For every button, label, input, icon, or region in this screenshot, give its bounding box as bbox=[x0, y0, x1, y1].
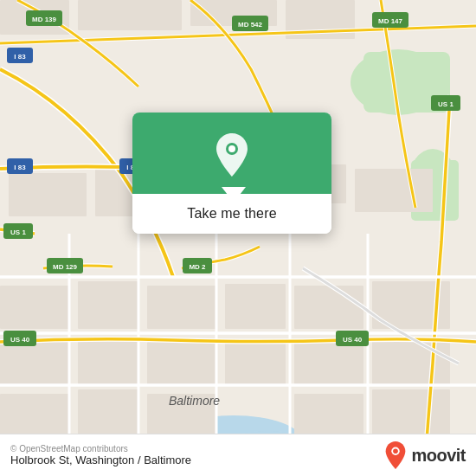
svg-rect-12 bbox=[9, 173, 87, 216]
popup-pointer bbox=[222, 187, 246, 203]
svg-text:I 83: I 83 bbox=[14, 53, 26, 61]
svg-text:Baltimore: Baltimore bbox=[169, 394, 220, 408]
svg-rect-9 bbox=[78, 0, 182, 30]
svg-rect-27 bbox=[372, 338, 450, 385]
svg-rect-22 bbox=[0, 342, 69, 385]
svg-text:MD 147: MD 147 bbox=[378, 17, 403, 25]
svg-text:US 40: US 40 bbox=[343, 336, 363, 344]
svg-rect-15 bbox=[355, 169, 433, 212]
svg-text:MD 2: MD 2 bbox=[189, 263, 206, 271]
svg-rect-31 bbox=[294, 394, 363, 437]
svg-rect-18 bbox=[147, 286, 216, 329]
svg-rect-17 bbox=[78, 281, 138, 329]
attribution-text: © OpenStreetMap contributors bbox=[10, 444, 191, 453]
bottom-left: © OpenStreetMap contributors Holbrook St… bbox=[10, 444, 191, 466]
svg-text:I 83: I 83 bbox=[14, 164, 26, 171]
map-background: MD 139 MD 542 MD 542 MD 147 I 83 I 83 I … bbox=[0, 0, 476, 476]
popup-green-header bbox=[132, 113, 331, 194]
svg-rect-24 bbox=[147, 342, 216, 385]
svg-rect-19 bbox=[225, 284, 286, 329]
moovit-pin-icon bbox=[383, 441, 408, 470]
svg-point-74 bbox=[394, 448, 399, 453]
svg-text:US 40: US 40 bbox=[10, 336, 30, 344]
svg-rect-29 bbox=[78, 389, 138, 437]
svg-text:MD 139: MD 139 bbox=[32, 16, 57, 23]
svg-rect-16 bbox=[0, 286, 69, 329]
svg-rect-23 bbox=[78, 338, 138, 385]
svg-rect-28 bbox=[0, 394, 69, 437]
svg-text:MD 542: MD 542 bbox=[238, 21, 263, 29]
svg-text:MD 129: MD 129 bbox=[53, 263, 78, 271]
svg-text:US 1: US 1 bbox=[10, 228, 26, 236]
address-text: Holbrook St, Washington / Baltimore bbox=[10, 453, 191, 466]
svg-text:US 1: US 1 bbox=[438, 100, 453, 108]
moovit-label: moovit bbox=[411, 446, 466, 466]
svg-rect-20 bbox=[294, 286, 363, 329]
map-container: MD 139 MD 542 MD 542 MD 147 I 83 I 83 I … bbox=[0, 0, 476, 476]
svg-rect-26 bbox=[294, 342, 363, 385]
location-pin-icon bbox=[209, 132, 255, 178]
popup-card: Take me there bbox=[132, 113, 331, 234]
svg-point-72 bbox=[228, 145, 235, 152]
bottom-bar: © OpenStreetMap contributors Holbrook St… bbox=[0, 434, 476, 476]
svg-rect-32 bbox=[372, 389, 450, 437]
moovit-logo: moovit bbox=[383, 441, 466, 470]
svg-rect-25 bbox=[225, 340, 286, 385]
